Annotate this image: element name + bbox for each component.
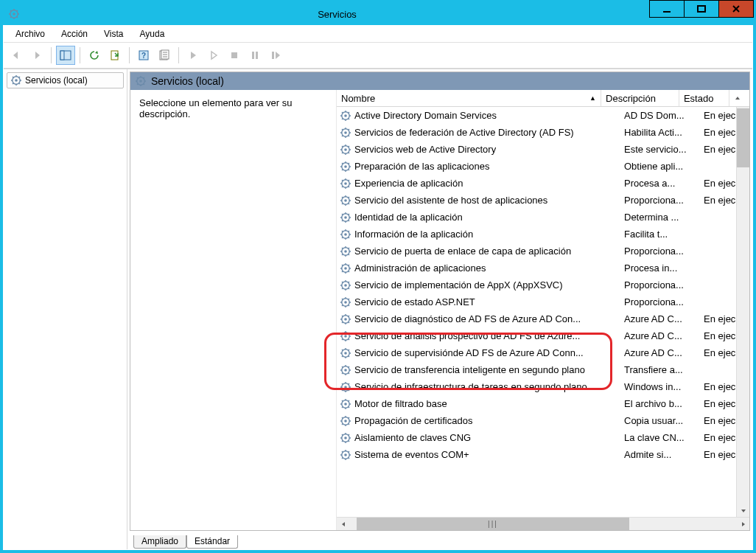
service-description: Azure AD C... bbox=[620, 313, 699, 324]
svg-rect-24 bbox=[231, 52, 237, 58]
service-name: Administración de aplicaciones bbox=[354, 262, 486, 274]
service-description: Transfiere a... bbox=[620, 364, 699, 375]
tree-node-services-local[interactable]: Servicios (local) bbox=[7, 72, 124, 88]
svg-rect-11 bbox=[698, 6, 705, 12]
service-row[interactable]: Servicio de implementación de AppX (AppX… bbox=[337, 276, 749, 293]
service-description: Procesa a... bbox=[620, 178, 699, 189]
scroll-thumb[interactable] bbox=[737, 108, 749, 167]
service-row[interactable]: Servicio de supervisiónde AD FS de Azure… bbox=[337, 344, 749, 361]
gear-icon bbox=[340, 212, 351, 223]
tab-standard[interactable]: Estándar bbox=[186, 535, 238, 549]
service-name: Propagación de certificados bbox=[354, 415, 472, 426]
show-hide-console-tree-button[interactable] bbox=[56, 46, 75, 65]
column-name[interactable]: Nombre ▲ bbox=[337, 90, 601, 106]
gear-icon bbox=[340, 195, 351, 206]
scroll-right-button[interactable] bbox=[737, 518, 749, 530]
gear-icon bbox=[340, 178, 351, 189]
gear-icon bbox=[340, 262, 351, 274]
services-list: Nombre ▲ Descripción Estado Active Direc… bbox=[336, 90, 749, 530]
column-headers: Nombre ▲ Descripción Estado bbox=[337, 90, 749, 107]
vertical-scrollbar[interactable] bbox=[736, 107, 749, 517]
service-description: AD DS Dom... bbox=[620, 110, 699, 121]
service-row[interactable]: Información de la aplicaciónFacilita t..… bbox=[337, 226, 749, 243]
scroll-up-button[interactable] bbox=[729, 90, 749, 106]
menu-action[interactable]: Acción bbox=[54, 27, 95, 41]
start-service-button[interactable] bbox=[183, 46, 203, 65]
app-icon bbox=[3, 8, 25, 20]
gear-icon bbox=[340, 279, 351, 291]
service-name: Servicio de puerta de enlace de capa de … bbox=[354, 246, 571, 257]
stop-service-button[interactable] bbox=[225, 46, 244, 65]
gear-icon bbox=[340, 229, 351, 240]
gear-icon bbox=[340, 110, 351, 122]
service-row[interactable]: Administración de aplicacionesProcesa in… bbox=[337, 260, 749, 276]
tab-extended[interactable]: Ampliado bbox=[133, 535, 186, 549]
back-button[interactable] bbox=[7, 46, 26, 65]
scroll-left-button[interactable] bbox=[337, 518, 349, 530]
gear-icon bbox=[340, 381, 351, 393]
gear-icon bbox=[340, 330, 351, 342]
service-row[interactable]: Servicio de puerta de enlace de capa de … bbox=[337, 243, 749, 260]
service-name: Active Directory Domain Services bbox=[354, 110, 497, 121]
scroll-down-button[interactable] bbox=[737, 504, 749, 517]
console-tree[interactable]: Servicios (local) bbox=[4, 69, 127, 549]
service-description: Azure AD C... bbox=[620, 330, 699, 341]
service-row[interactable]: Servicio de estado ASP.NETProporciona... bbox=[337, 293, 749, 310]
maximize-button[interactable] bbox=[684, 0, 719, 18]
service-name: Sistema de eventos COM+ bbox=[354, 449, 469, 460]
service-name: Experiencia de aplicación bbox=[354, 178, 463, 189]
properties-button[interactable] bbox=[155, 46, 174, 65]
svg-rect-26 bbox=[256, 52, 258, 59]
column-description[interactable]: Descripción bbox=[601, 90, 679, 106]
service-row[interactable]: Preparación de las aplicacionesObtiene a… bbox=[337, 158, 749, 175]
service-description: Proporciona... bbox=[620, 279, 699, 291]
window-title: Servicios bbox=[25, 9, 649, 20]
service-name: Motor de filtrado base bbox=[354, 398, 447, 409]
service-row[interactable]: Experiencia de aplicaciónProcesa a...En … bbox=[337, 175, 749, 192]
service-row[interactable]: Servicios de federación de Active Direct… bbox=[337, 124, 749, 141]
forward-button[interactable] bbox=[27, 46, 46, 65]
service-name: Servicio de infraestructura de tareas en… bbox=[354, 381, 587, 392]
service-row[interactable]: Servicio de análisis prospectivo de AD F… bbox=[337, 327, 749, 344]
service-row[interactable]: Aislamiento de claves CNGLa clave CN...E… bbox=[337, 429, 749, 446]
start-service-alt-button[interactable] bbox=[204, 46, 223, 65]
gear-icon bbox=[340, 364, 351, 376]
pause-service-button[interactable] bbox=[245, 46, 265, 65]
service-description: Proporciona... bbox=[620, 246, 699, 257]
service-row[interactable]: Identidad de la aplicaciónDetermina ... bbox=[337, 209, 749, 226]
titlebar[interactable]: Servicios bbox=[3, 3, 753, 25]
gear-icon bbox=[340, 144, 351, 156]
scroll-thumb[interactable]: ||| bbox=[357, 518, 629, 530]
menu-help[interactable]: Ayuda bbox=[133, 27, 172, 41]
gear-icon bbox=[340, 432, 351, 444]
help-button[interactable]: ? bbox=[134, 46, 153, 65]
service-row[interactable]: Sistema de eventos COM+Admite si...En ej… bbox=[337, 446, 749, 463]
minimize-button[interactable] bbox=[649, 0, 685, 18]
service-name: Servicio de supervisiónde AD FS de Azure… bbox=[354, 347, 584, 358]
service-row[interactable]: Propagación de certificadosCopia usuar..… bbox=[337, 412, 749, 429]
menu-view[interactable]: Vista bbox=[97, 27, 130, 41]
service-name: Identidad de la aplicación bbox=[354, 212, 463, 223]
close-button[interactable] bbox=[718, 0, 754, 18]
service-row[interactable]: Servicio del asistente de host de aplica… bbox=[337, 192, 749, 209]
horizontal-scrollbar[interactable]: ||| bbox=[337, 517, 749, 530]
service-row[interactable]: Servicio de diagnóstico de AD FS de Azur… bbox=[337, 310, 749, 327]
service-row[interactable]: Motor de filtrado baseEl archivo b...En … bbox=[337, 395, 749, 412]
view-tabs: Ampliado Estándar bbox=[127, 533, 752, 549]
refresh-button[interactable] bbox=[85, 46, 104, 65]
menu-file[interactable]: Archivo bbox=[8, 27, 52, 41]
gear-icon bbox=[340, 313, 351, 325]
service-name: Información de la aplicación bbox=[354, 229, 473, 240]
restart-service-button[interactable] bbox=[266, 46, 285, 65]
service-row[interactable]: Active Directory Domain ServicesAD DS Do… bbox=[337, 107, 749, 124]
column-state[interactable]: Estado bbox=[679, 90, 729, 106]
service-description: Determina ... bbox=[620, 212, 699, 223]
description-prompt: Seleccione un elemento para ver su descr… bbox=[139, 97, 292, 119]
service-name: Servicio de análisis prospectivo de AD F… bbox=[354, 330, 580, 341]
service-name: Preparación de las aplicaciones bbox=[354, 161, 490, 172]
service-row[interactable]: Servicio de infraestructura de tareas en… bbox=[337, 378, 749, 395]
service-row[interactable]: Servicio de transferencia inteligente en… bbox=[337, 361, 749, 378]
service-row[interactable]: Servicios web de Active DirectoryEste se… bbox=[337, 141, 749, 158]
export-list-button[interactable] bbox=[105, 46, 125, 65]
svg-rect-27 bbox=[272, 52, 274, 59]
